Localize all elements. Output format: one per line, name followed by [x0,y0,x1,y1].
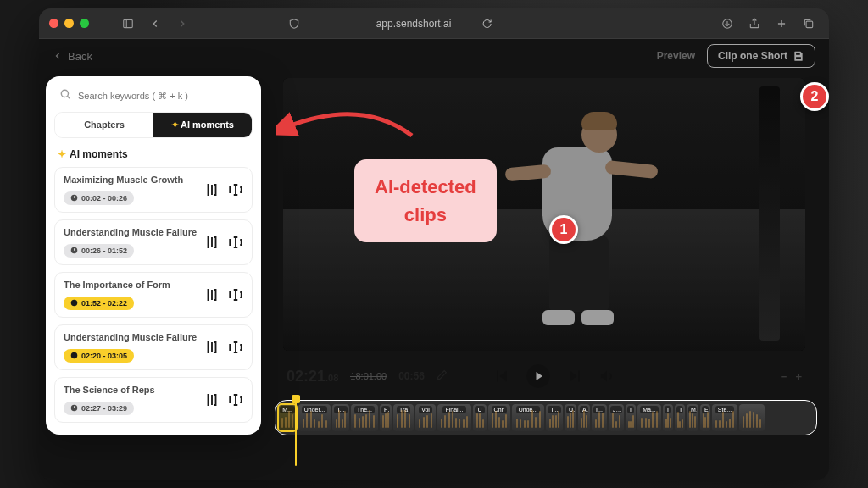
timeline-clip[interactable]: Ste... [712,404,737,431]
minimize-window-icon[interactable] [64,19,74,28]
clip-duration: 00:56 [398,370,425,382]
bracket-select-icon[interactable] [204,235,220,250]
bracket-select-icon[interactable] [204,182,220,197]
timeline-clip[interactable]: I [663,404,673,431]
clip-one-short-button[interactable]: Clip one Short [707,44,815,68]
svg-rect-0 [124,19,133,27]
address-bar[interactable]: app.sendshort.ai [376,18,492,30]
tab-ai-moments[interactable]: ✦✨ AI momentsAI moments [153,113,252,137]
timeline-clip[interactable]: T... [546,404,563,431]
rename-icon[interactable] [228,340,243,355]
timeline-clip[interactable]: T... [332,404,349,431]
tab-chapters[interactable]: Chapters [55,113,153,137]
back-button[interactable]: Back [53,50,92,63]
sidebar-tabs: Chapters ✦✨ AI momentsAI moments [54,112,253,138]
clock-icon [70,352,78,359]
moment-time-pill: 02:20 - 03:05 [64,349,134,363]
clock-icon [70,404,78,412]
timecode: 02:21.08 [287,368,338,385]
back-label: Back [68,50,92,63]
timeline-clip[interactable]: Chri [488,404,510,431]
timeline-clip[interactable]: The... [351,404,378,431]
nav-back-icon[interactable] [145,14,165,34]
skip-forward-icon[interactable] [566,368,583,385]
clock-icon [70,247,78,254]
clock-icon [70,194,78,202]
share-icon[interactable] [744,14,765,34]
timeline-clip[interactable] [739,404,765,431]
timeline-clip[interactable]: U [565,404,576,431]
svg-point-15 [61,90,68,97]
sidebar-panel: Chapters ✦✨ AI momentsAI moments ✦AI mom… [46,76,261,435]
timeline-clip[interactable]: T [675,404,685,431]
reload-icon[interactable] [481,19,492,29]
bracket-select-icon[interactable] [204,392,220,408]
svg-marker-8 [500,370,507,381]
tabs-icon[interactable] [798,14,819,34]
rename-icon[interactable] [228,392,243,408]
clip-button-label: Clip one Short [718,50,787,62]
annotation-badge-2: 2 [800,82,829,111]
skip-back-icon[interactable] [493,368,510,385]
bracket-select-icon[interactable] [204,340,220,355]
search-icon [59,88,71,103]
rename-icon[interactable] [228,182,243,197]
timeline-clip[interactable]: Under... [298,404,331,431]
zoom-out-button[interactable]: − [781,370,787,383]
timeline-clip[interactable]: I [626,404,636,431]
moment-time-pill: 00:26 - 01:52 [64,244,134,258]
svg-marker-12 [570,370,577,381]
moment-item[interactable]: The Importance of Form 01:52 - 02:22 [54,272,253,318]
timeline-clip[interactable]: M... [278,404,297,431]
timeline-clip[interactable]: Ma... [637,404,661,431]
moment-item[interactable]: Understanding Muscle Failure 00:26 - 01:… [54,219,253,265]
timeline[interactable]: M...Under...T...The...FTraVolFinal...UCh… [275,400,817,435]
browser-chrome: app.sendshort.ai [39,8,829,39]
timeline-clip[interactable]: Unde... [512,404,544,431]
shield-icon[interactable] [284,14,304,34]
volume-icon[interactable] [598,368,615,385]
new-tab-icon[interactable] [771,14,792,34]
sidebar-toggle-icon[interactable] [118,14,138,34]
download-icon[interactable] [717,14,737,34]
timeline-clip[interactable]: E [700,404,710,431]
search-bar[interactable] [54,85,253,112]
close-window-icon[interactable] [49,19,58,28]
moment-item[interactable]: Understanding Muscle Failure 02:20 - 03:… [54,324,253,370]
timeline-clip[interactable]: U [473,404,487,431]
moment-time-pill: 02:27 - 03:29 [64,402,134,415]
timeline-clip[interactable]: M [687,404,698,431]
timeline-clip[interactable]: A [578,404,590,431]
section-heading: ✦AI moments [54,145,253,167]
moment-item[interactable]: The Science of Reps 02:27 - 03:29 [54,377,253,423]
svg-rect-13 [579,370,581,381]
rename-icon[interactable] [228,235,243,250]
search-input[interactable] [78,91,248,101]
timeline-clip[interactable]: F [380,404,392,431]
bracket-select-icon[interactable] [204,287,220,302]
svg-rect-7 [806,21,813,28]
svg-rect-9 [498,370,499,381]
playhead[interactable] [295,400,297,466]
moment-item[interactable]: Maximizing Muscle Growth 00:02 - 00:26 [54,167,253,213]
rename-icon[interactable] [228,287,243,302]
zoom-in-button[interactable]: + [795,370,802,383]
app-header: Back Preview Clip one Short [39,39,829,73]
svg-line-16 [68,97,70,99]
preview-button[interactable]: Preview [657,50,695,62]
play-button[interactable] [526,363,551,389]
maximize-window-icon[interactable] [80,19,89,28]
edit-icon[interactable] [437,369,448,384]
nav-forward-icon[interactable] [172,14,192,34]
moment-time-pill: 01:52 - 02:22 [64,297,134,310]
timeline-clip[interactable]: J... [609,404,624,431]
timeline-clip[interactable]: Tra [393,404,414,431]
timeline-clip[interactable]: Vol [415,404,436,431]
save-icon [793,50,804,62]
timeline-clip[interactable]: I... [592,404,607,431]
timeline-clip[interactable]: Final... [437,404,471,431]
traffic-lights [49,19,89,28]
video-controls: 02:21.08 18:01.00 00:56 − + [283,361,805,391]
chevron-left-icon [53,51,63,61]
clock-icon [70,299,78,307]
